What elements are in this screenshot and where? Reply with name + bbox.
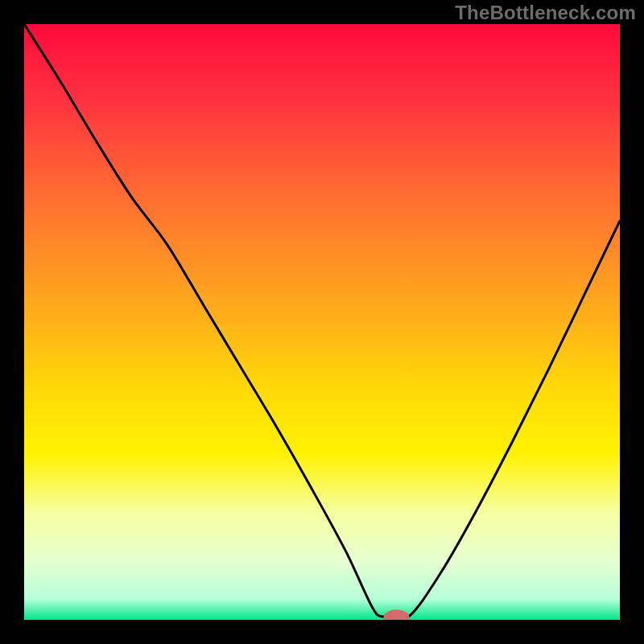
watermark-text: TheBottleneck.com <box>455 2 636 24</box>
plot-background <box>24 24 620 620</box>
chart-frame: TheBottleneck.com <box>0 0 644 644</box>
chart-svg <box>0 0 644 644</box>
